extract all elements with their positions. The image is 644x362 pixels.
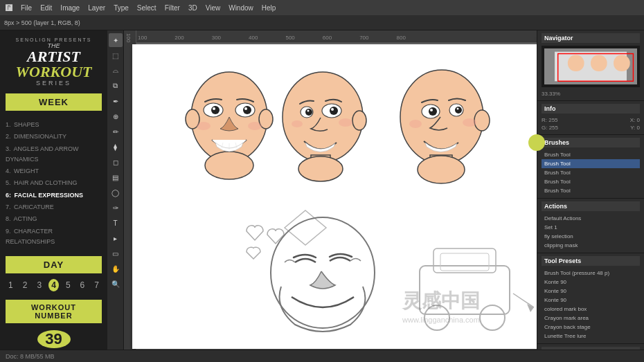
dodge-tool[interactable]: ◯ — [109, 185, 123, 199]
nav-thumb — [544, 48, 637, 84]
svg-rect-43 — [433, 248, 496, 273]
svg-marker-40 — [285, 210, 326, 245]
svg-rect-55 — [614, 55, 630, 71]
svg-point-38 — [409, 120, 422, 128]
preset-1[interactable]: Brush Tool (pressure 48 p) — [542, 269, 640, 278]
marquee-tool[interactable]: ⬚ — [109, 48, 123, 62]
day-7[interactable]: 7 — [91, 279, 102, 291]
yellow-accent-circle — [528, 134, 545, 151]
nav-zoom-info: 33.33% — [542, 90, 640, 98]
navigator-title: Navigator — [542, 33, 640, 43]
menu-image[interactable]: Image — [60, 4, 80, 12]
menu-help[interactable]: Help — [262, 4, 276, 12]
clone-tool[interactable]: ⧫ — [109, 140, 123, 154]
menu-3d[interactable]: 3D — [188, 4, 197, 12]
day-5[interactable]: 5 — [63, 279, 73, 291]
shape-tool[interactable]: ▭ — [109, 246, 123, 260]
preset-4[interactable]: Konte 90 — [542, 296, 640, 305]
svg-point-39 — [463, 118, 476, 127]
info-section: Info R: 255X: 0 G: 255Y: 0 — [537, 101, 644, 135]
day-4[interactable]: 4 — [48, 279, 59, 291]
brush-item-3[interactable]: Brush Tool — [542, 168, 640, 177]
action-clipping-mask[interactable]: clipping mask — [542, 241, 640, 250]
workout-number-button[interactable]: WORKOUT NUMBER — [6, 300, 102, 323]
curriculum-item-7[interactable]: 7. CARICATURE — [6, 201, 102, 213]
zoom-tool[interactable]: 🔍 — [109, 277, 123, 291]
day-6[interactable]: 6 — [78, 279, 88, 291]
path-select-tool[interactable]: ▸ — [109, 231, 123, 245]
svg-point-15 — [248, 122, 262, 130]
action-fly-selection[interactable]: fly selection — [542, 232, 640, 241]
horizontal-ruler: 100200300400500600700800 — [124, 30, 537, 43]
actions-list: Default Actions Set 1 fly selection clip… — [542, 214, 640, 250]
pen-tool[interactable]: ✑ — [109, 201, 123, 215]
brush-tool[interactable]: ✏ — [109, 125, 123, 138]
tool-presets-section: Tool Presets Brush Tool (pressure 48 p) … — [537, 253, 644, 344]
curriculum-item-2[interactable]: 2. DIMENSIONALITY — [6, 131, 102, 143]
spot-heal-tool[interactable]: ⊕ — [109, 109, 123, 123]
menu-bar: 🅿 File Edit Image Layer Type Select Filt… — [0, 0, 644, 15]
svg-point-34 — [430, 109, 433, 111]
curriculum-item-5[interactable]: 5. HAIR AND CLOTHING — [6, 177, 102, 189]
info-wb: G: 255Y: 0 — [542, 124, 640, 132]
preset-8[interactable]: Lunette Tree lure — [542, 332, 640, 341]
menu-layer[interactable]: Layer — [88, 4, 105, 12]
svg-point-22 — [307, 109, 310, 111]
brush-item-2[interactable]: Brush Tool — [542, 159, 640, 168]
svg-point-10 — [244, 107, 247, 110]
brush-item-1[interactable]: Brush Tool — [542, 150, 640, 159]
brush-item-4[interactable]: Brush Tool — [542, 177, 640, 186]
presents-text: SENOLIGN PRESENTS — [6, 37, 102, 42]
svg-point-27 — [339, 118, 352, 127]
navigator-section: Navigator 33 — [537, 30, 644, 101]
menu-edit[interactable]: Edit — [40, 4, 52, 12]
right-panel-wrapper: Navigator 33 — [537, 30, 644, 350]
eraser-tool[interactable]: ◻ — [109, 155, 123, 169]
svg-rect-46 — [440, 253, 489, 271]
options-toolbar: 8px > 500 (layer 1, RGB, 8) — [0, 15, 644, 30]
hand-tool[interactable]: ✋ — [109, 262, 123, 275]
svg-point-19 — [352, 111, 366, 130]
preset-2[interactable]: Konte 90 — [542, 278, 640, 287]
gradient-tool[interactable]: ▤ — [109, 170, 123, 184]
action-set1[interactable]: Set 1 — [542, 223, 640, 232]
menu-file[interactable]: File — [21, 4, 32, 12]
action-default[interactable]: Default Actions — [542, 214, 640, 223]
actions-title: Actions — [542, 201, 640, 211]
curriculum-item-6[interactable]: 6: FACIAL EXPRESSIONS — [6, 190, 102, 201]
day-button[interactable]: DAY — [6, 256, 102, 273]
drawing-canvas: 灵感中国 www.lingganchina.com — [132, 44, 537, 349]
day-1[interactable]: 1 — [6, 279, 16, 291]
preset-3[interactable]: Konte 90 — [542, 287, 640, 296]
workout-text: WORKOUT — [6, 64, 102, 80]
day-2[interactable]: 2 — [20, 279, 30, 291]
text-tool[interactable]: T — [109, 216, 123, 230]
preset-6[interactable]: Crayon mark area — [542, 314, 640, 323]
preset-7[interactable]: Crayon back stage — [542, 323, 640, 332]
curriculum-item-4[interactable]: 4. WEIGHT — [6, 165, 102, 177]
doc-info: Doc: 8 MB/55 MB — [6, 353, 55, 360]
svg-point-45 — [480, 305, 505, 330]
menu-view[interactable]: View — [206, 4, 221, 12]
curriculum-item-1[interactable]: 1. SHAPES — [6, 119, 102, 131]
brush-item-5[interactable]: Brush Tool — [542, 186, 640, 195]
day-3[interactable]: 3 — [34, 279, 44, 291]
app-icon[interactable]: 🅿 — [6, 4, 12, 12]
menu-type[interactable]: Type — [114, 4, 129, 12]
menu-filter[interactable]: Filter — [165, 4, 180, 12]
menu-window[interactable]: Window — [229, 4, 253, 12]
preset-5[interactable]: colored mark box — [542, 305, 640, 314]
week-button[interactable]: WEEK — [6, 93, 102, 111]
curriculum-item-9[interactable]: 9. CHARACTER RELATIONSHIPS — [6, 226, 102, 248]
svg-point-24 — [330, 107, 338, 115]
curriculum-item-8[interactable]: 8. ACTING — [6, 213, 102, 225]
main-area: SENOLIGN PRESENTS THE ARTIST WORKOUT SER… — [0, 30, 644, 350]
lasso-tool[interactable]: ⌓ — [109, 64, 123, 78]
menu-select[interactable]: Select — [137, 4, 156, 12]
eyedropper-tool[interactable]: ✒ — [109, 94, 123, 108]
curriculum-item-3[interactable]: 3. ANGLES AND ARROW DYNAMICS — [6, 143, 102, 166]
move-tool[interactable]: ✦ — [109, 33, 123, 47]
svg-point-2 — [205, 152, 253, 179]
crop-tool[interactable]: ⧉ — [109, 79, 123, 93]
svg-point-26 — [292, 120, 303, 127]
